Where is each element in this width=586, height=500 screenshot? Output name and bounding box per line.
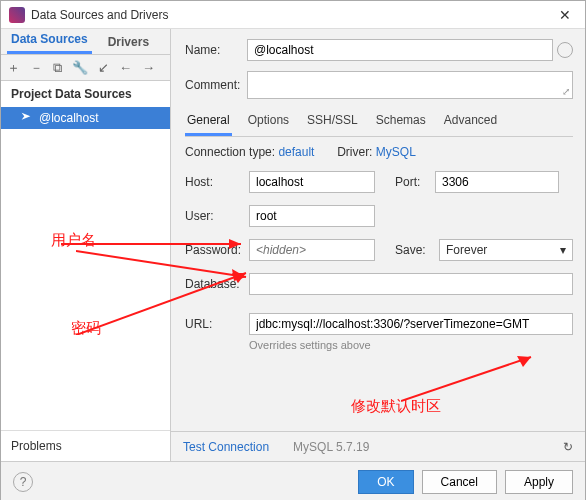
url-input[interactable] — [249, 313, 573, 335]
datasource-icon — [19, 111, 33, 125]
help-icon[interactable]: ? — [13, 472, 33, 492]
host-label: Host: — [185, 175, 249, 189]
sidebar-problems[interactable]: Problems — [1, 430, 170, 461]
test-connection-bar: Test Connection MySQL 5.7.19 ↻ — [171, 431, 585, 461]
titlebar: Data Sources and Drivers ✕ — [1, 1, 585, 29]
add-icon[interactable]: ＋ — [7, 61, 20, 74]
comment-label: Comment: — [185, 78, 247, 92]
main-panel: Name: Comment: ⤢ General Options SSH/SSL… — [171, 29, 585, 461]
driver-link[interactable]: MySQL — [376, 145, 416, 159]
db-version: MySQL 5.7.19 — [293, 440, 369, 454]
app-icon — [9, 7, 25, 23]
host-input[interactable] — [249, 171, 375, 193]
chevron-down-icon: ▾ — [560, 243, 566, 257]
ok-button[interactable]: OK — [358, 470, 413, 494]
driver-label: Driver: — [337, 145, 372, 159]
remove-icon[interactable]: － — [30, 61, 43, 74]
url-hint: Overrides settings above — [249, 339, 573, 351]
password-input[interactable] — [249, 239, 375, 261]
color-picker-icon[interactable] — [557, 42, 573, 58]
svg-marker-7 — [517, 356, 531, 367]
sidebar: Data Sources Drivers ＋ － ⧉ 🔧 ↙ ← → Proje… — [1, 29, 171, 461]
name-label: Name: — [185, 43, 247, 57]
tab-drivers[interactable]: Drivers — [104, 31, 153, 54]
tab-data-sources[interactable]: Data Sources — [7, 28, 92, 54]
password-label: Password: — [185, 243, 249, 257]
svg-line-6 — [401, 357, 531, 401]
dialog-title: Data Sources and Drivers — [31, 8, 553, 22]
tab-general[interactable]: General — [185, 109, 232, 136]
user-input[interactable] — [249, 205, 375, 227]
connection-type-label: Connection type: — [185, 145, 275, 159]
sidebar-item-label: @localhost — [39, 111, 99, 125]
annotation-timezone: 修改默认时区 — [351, 397, 441, 416]
comment-input[interactable]: ⤢ — [247, 71, 573, 99]
button-bar: ? OK Cancel Apply — [1, 461, 585, 500]
refresh-icon[interactable]: ↻ — [563, 440, 573, 454]
sidebar-section-title: Project Data Sources — [1, 81, 170, 107]
save-select[interactable]: Forever ▾ — [439, 239, 573, 261]
tab-advanced[interactable]: Advanced — [442, 109, 499, 136]
database-label: Database: — [185, 277, 249, 291]
connection-line: Connection type: default Driver: MySQL — [185, 145, 573, 159]
tab-sshssl[interactable]: SSH/SSL — [305, 109, 360, 136]
database-input[interactable] — [249, 273, 573, 295]
wrench-icon[interactable]: 🔧 — [72, 61, 88, 74]
tab-schemas[interactable]: Schemas — [374, 109, 428, 136]
detail-tabs: General Options SSH/SSL Schemas Advanced — [185, 109, 573, 137]
user-label: User: — [185, 209, 249, 223]
save-label: Save: — [395, 243, 435, 257]
sidebar-item-localhost[interactable]: @localhost — [1, 107, 170, 129]
test-connection-link[interactable]: Test Connection — [183, 440, 269, 454]
port-input[interactable] — [435, 171, 559, 193]
sidebar-toolbar: ＋ － ⧉ 🔧 ↙ ← → — [1, 55, 170, 81]
copy-icon[interactable]: ⧉ — [53, 61, 62, 74]
back-icon[interactable]: ← — [119, 61, 132, 74]
connection-type-link[interactable]: default — [278, 145, 314, 159]
name-input[interactable] — [247, 39, 553, 61]
dialog-body: Data Sources Drivers ＋ － ⧉ 🔧 ↙ ← → Proje… — [1, 29, 585, 461]
undo-icon[interactable]: ↙ — [98, 61, 109, 74]
cancel-button[interactable]: Cancel — [422, 470, 497, 494]
close-icon[interactable]: ✕ — [553, 7, 577, 23]
sidebar-tabs: Data Sources Drivers — [1, 29, 170, 55]
apply-button[interactable]: Apply — [505, 470, 573, 494]
expand-icon[interactable]: ⤢ — [562, 86, 570, 97]
url-label: URL: — [185, 317, 249, 331]
tab-options[interactable]: Options — [246, 109, 291, 136]
port-label: Port: — [395, 175, 435, 189]
arrow-timezone — [401, 351, 551, 411]
data-sources-dialog: Data Sources and Drivers ✕ Data Sources … — [0, 0, 586, 500]
save-value: Forever — [446, 243, 487, 257]
forward-icon[interactable]: → — [142, 61, 155, 74]
